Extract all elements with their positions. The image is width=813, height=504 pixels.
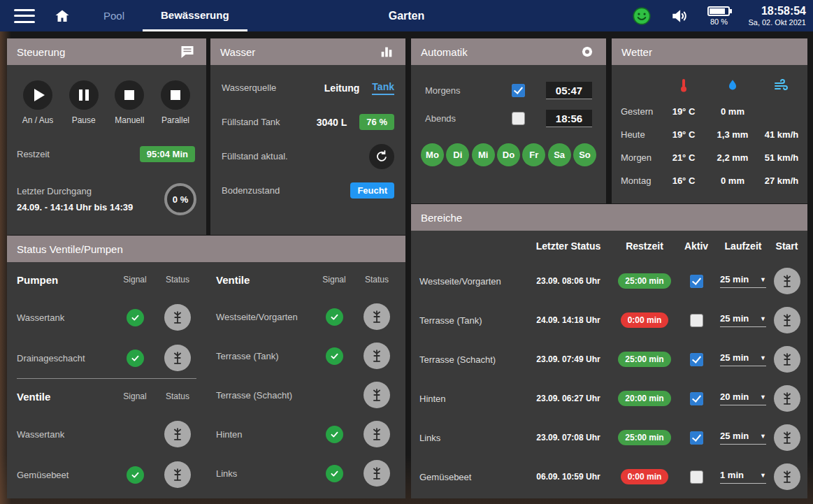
- control-an-aus: An / Aus: [17, 80, 59, 125]
- abends-time-input[interactable]: 18:56: [546, 110, 592, 127]
- signal-header: Signal: [315, 275, 354, 285]
- message-icon[interactable]: [178, 43, 196, 61]
- valve-row: Terrasse (Tank): [206, 336, 405, 375]
- laufzeit-value: 25 min: [720, 274, 749, 285]
- restzeit-label: Restzeit: [17, 149, 50, 159]
- valve-status-icon: [364, 382, 390, 408]
- temperature-icon: [675, 76, 693, 94]
- system-status-smiley-icon[interactable]: [632, 6, 652, 26]
- aktiv-checkbox[interactable]: [690, 314, 703, 327]
- wind-icon: [772, 76, 791, 94]
- aktiv-checkbox[interactable]: [690, 470, 703, 484]
- chevron-down-icon: ▼: [760, 472, 766, 479]
- day-button-do[interactable]: Do: [497, 143, 520, 166]
- control-parallel: Parallel: [154, 80, 196, 125]
- clock-date: Sa, 02. Okt 2021: [748, 18, 806, 28]
- parallel-button[interactable]: [161, 80, 190, 110]
- panel-title: Automatik: [421, 46, 468, 58]
- aktiv-checkbox[interactable]: [690, 353, 703, 366]
- laufzeit-select[interactable]: 25 min▼: [720, 352, 766, 366]
- pump-status-icon: [164, 345, 191, 371]
- pump-label: Wassertank: [17, 312, 115, 323]
- bereiche-table-header: Letzter Status Restzeit Aktiv Laufzeit S…: [411, 231, 807, 261]
- column-header-restzeit: Restzeit: [611, 240, 678, 252]
- laufzeit-select[interactable]: 1 min▼: [720, 470, 766, 484]
- bereiche-row: Terrasse (Tank) 24.09. 14:18 Uhr 0:00 mi…: [411, 301, 807, 340]
- aktiv-checkbox[interactable]: [690, 275, 703, 288]
- manuell-button[interactable]: [115, 80, 144, 110]
- bereiche-row: Terrasse (Schacht) 23.09. 07:49 Uhr 25:0…: [411, 340, 807, 379]
- abends-label: Abends: [425, 113, 498, 124]
- an-aus-button[interactable]: [23, 80, 52, 110]
- start-button[interactable]: [774, 346, 800, 373]
- fuellstand-percent-badge: 76 %: [359, 114, 394, 130]
- status-left-column: Pumpen Signal Status Wassertank Drainage…: [7, 262, 206, 495]
- topbar-right: 80 % 18:58:54 Sa, 02. Okt 2021: [632, 4, 813, 28]
- valve-status-icon: [164, 461, 191, 488]
- bodenzustand-label: Bodenzustand: [222, 185, 280, 196]
- status-header: Status: [154, 391, 201, 401]
- letzter-status-value: 06.09. 10:59 Uhr: [526, 472, 611, 482]
- restzeit-badge: 25:00 min: [618, 273, 670, 289]
- day-button-di[interactable]: Di: [446, 143, 469, 166]
- valve-status-icon: [164, 421, 191, 447]
- valve-label: Westseite/Vorgarten: [216, 312, 315, 322]
- pause-button[interactable]: [69, 80, 99, 110]
- day-button-so[interactable]: So: [573, 143, 596, 166]
- valve-row: Gemüsebeet: [7, 454, 206, 495]
- abends-checkbox[interactable]: [512, 112, 525, 125]
- aktiv-checkbox[interactable]: [690, 431, 703, 445]
- weather-temp: 19° C: [661, 129, 706, 140]
- pump-row: Drainageschacht: [7, 338, 206, 378]
- tab-pool[interactable]: Pool: [85, 0, 143, 31]
- morgens-checkbox[interactable]: [512, 84, 525, 97]
- start-button[interactable]: [774, 268, 800, 294]
- day-button-mi[interactable]: Mi: [472, 143, 495, 166]
- laufzeit-select[interactable]: 25 min▼: [720, 313, 766, 327]
- weather-rain: 1,3 mm: [706, 129, 759, 140]
- panel-title: Steuerung: [17, 46, 65, 58]
- fuellstand-value: 3040 L: [317, 117, 347, 128]
- speaker-icon[interactable]: [670, 6, 689, 26]
- letzter-status-value: 23.09. 07:49 Uhr: [526, 354, 611, 364]
- source-tank-option[interactable]: Tank: [372, 81, 394, 95]
- bereiche-row: Links 23.09. 07:08 Uhr 25:00 min 25 min▼: [411, 418, 807, 457]
- battery-indicator[interactable]: 80 %: [707, 6, 730, 26]
- start-button[interactable]: [774, 424, 800, 451]
- valve-row: Hinten: [206, 415, 405, 454]
- laufzeit-select[interactable]: 25 min▼: [720, 431, 766, 445]
- morgens-time-input[interactable]: 05:47: [546, 82, 592, 99]
- restzeit-badge: 25:00 min: [618, 352, 670, 367]
- signal-check-icon: [326, 465, 343, 482]
- laufzeit-select[interactable]: 25 min▼: [720, 274, 766, 288]
- start-button[interactable]: [774, 385, 800, 412]
- laufzeit-value: 20 min: [720, 391, 749, 402]
- laufzeit-value: 25 min: [720, 431, 749, 441]
- day-button-sa[interactable]: Sa: [548, 143, 571, 166]
- home-button[interactable]: [53, 7, 71, 25]
- restzeit-badge: 0:00 min: [621, 312, 669, 328]
- signal-check-icon: [326, 426, 343, 443]
- hamburger-menu-icon[interactable]: [14, 9, 35, 23]
- start-button[interactable]: [774, 463, 800, 490]
- area-label: Terrasse (Tank): [419, 315, 526, 326]
- refresh-button[interactable]: [369, 144, 394, 169]
- signal-header: Signal: [115, 275, 154, 285]
- day-button-fr[interactable]: Fr: [522, 143, 545, 166]
- column-header-laufzeit: Laufzeit: [714, 240, 772, 252]
- laufzeit-select[interactable]: 20 min▼: [720, 391, 766, 405]
- valve-label: Links: [216, 468, 315, 479]
- start-button[interactable]: [774, 307, 800, 333]
- restzeit-badge: 0:00 min: [621, 469, 669, 484]
- aktiv-checkbox[interactable]: [690, 392, 703, 405]
- morgens-label: Morgens: [425, 85, 498, 96]
- bar-chart-icon[interactable]: [377, 43, 396, 61]
- pump-label: Drainageschacht: [17, 353, 115, 363]
- day-button-mo[interactable]: Mo: [421, 143, 444, 166]
- weather-wind: 41 km/h: [759, 129, 804, 140]
- tab-bewaesserung[interactable]: Bewässerung: [143, 0, 247, 31]
- source-leitung-option[interactable]: Leitung: [324, 82, 360, 94]
- signal-check-icon: [326, 347, 343, 365]
- gear-icon[interactable]: [578, 43, 596, 61]
- area-label: Gemüsebeet: [419, 472, 526, 482]
